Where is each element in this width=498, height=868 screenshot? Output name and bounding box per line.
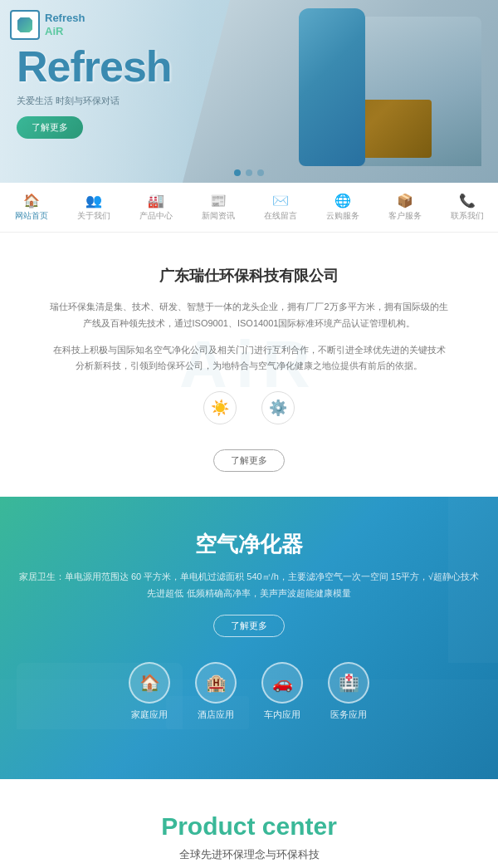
- hero-subtitle: 关爱生活 时刻与环保对话: [17, 95, 172, 107]
- air-learn-more-button[interactable]: 了解更多: [213, 615, 285, 637]
- air-app-medical-icon: 🏥: [328, 662, 369, 704]
- air-desc: 家居卫生：单电源用范围达 60 平方米，单电机过滤面积 540㎡/h，主要滤净空…: [17, 569, 481, 602]
- nav-label-home: 网站首页: [15, 210, 48, 222]
- logo-inner: [17, 17, 32, 32]
- hero-dots: [234, 169, 264, 176]
- nav-label-news: 新闻资讯: [202, 210, 235, 222]
- nav-label-service: 客户服务: [388, 210, 422, 222]
- air-app-medical[interactable]: 🏥 医务应用: [328, 662, 369, 721]
- news-icon: 📰: [210, 193, 227, 208]
- hero-purifier: [299, 8, 365, 166]
- air-title: 空气净化器: [17, 530, 481, 559]
- company-section: AiR 广东瑞仕环保科技有限公司 瑞仕环保集清是集、技术、研发、智慧于一体的龙头…: [0, 233, 498, 497]
- air-app-car-icon: 🚗: [261, 662, 303, 704]
- hero-section: Refresh AiR Refresh 关爱生活 时刻与环保对话 了解更多: [0, 0, 498, 183]
- products-icon: 🏭: [148, 193, 164, 208]
- logo-icon: [10, 10, 40, 40]
- air-app-car[interactable]: 🚗 车内应用: [261, 662, 303, 721]
- nav-item-about[interactable]: 👥 关于我们: [71, 189, 117, 225]
- nav-item-products[interactable]: 🏭 产品中心: [133, 189, 179, 225]
- hero-title-area: Refresh 关爱生活 时刻与环保对话: [17, 42, 172, 107]
- air-app-medical-label: 医务应用: [330, 709, 367, 721]
- main-nav: 🏠 网站首页 👥 关于我们 🏭 产品中心 📰 新闻资讯 ✉️ 在线留言 🌐 云购…: [0, 183, 498, 233]
- air-app-hotel[interactable]: 🏨 酒店应用: [195, 662, 237, 721]
- nav-label-cloud: 云购服务: [326, 210, 359, 222]
- air-apps: 🏠 家庭应用 🏨 酒店应用 🚗 车内应用 🏥 医务应用: [0, 662, 498, 738]
- hero-dot-1[interactable]: [234, 169, 241, 176]
- nav-label-contact: 联系我们: [451, 210, 484, 222]
- logo-area: Refresh AiR: [10, 10, 85, 40]
- product-section: Product center 全球先进环保理念与环保科技 更实惠、多彩、可销售科…: [0, 779, 498, 868]
- nav-item-home[interactable]: 🏠 网站首页: [8, 189, 55, 225]
- nav-item-news[interactable]: 📰 新闻资讯: [195, 189, 242, 225]
- message-icon: ✉️: [272, 193, 289, 208]
- company-watermark: AiR: [179, 326, 319, 403]
- logo-text: Refresh AiR: [45, 12, 85, 37]
- nav-label-about: 关于我们: [77, 210, 110, 222]
- air-app-car-label: 车内应用: [264, 709, 300, 721]
- product-center-title: Product center: [17, 812, 481, 841]
- air-app-home-label: 家庭应用: [131, 709, 168, 721]
- nav-label-products: 产品中心: [139, 210, 173, 222]
- nav-item-service[interactable]: 📦 客户服务: [382, 189, 428, 225]
- product-center-subtitle: 全球先进环保理念与环保科技: [17, 847, 481, 862]
- nav-item-message[interactable]: ✉️ 在线留言: [257, 189, 304, 225]
- contact-icon: 📞: [459, 193, 476, 208]
- air-section: 空气净化器 家居卫生：单电源用范围达 60 平方米，单电机过滤面积 540㎡/h…: [0, 497, 498, 779]
- nav-label-message: 在线留言: [264, 210, 297, 222]
- nav-item-contact[interactable]: 📞 联系我们: [444, 189, 491, 225]
- home-icon: 🏠: [23, 193, 40, 208]
- cloud-icon: 🌐: [334, 193, 351, 208]
- company-more-button[interactable]: 了解更多: [213, 449, 285, 472]
- about-icon: 👥: [85, 193, 102, 208]
- nav-item-cloud[interactable]: 🌐 云购服务: [320, 189, 366, 225]
- service-icon: 📦: [397, 193, 413, 208]
- hero-learn-more-button[interactable]: 了解更多: [17, 116, 83, 139]
- air-app-home-icon: 🏠: [129, 662, 170, 704]
- hero-dot-3[interactable]: [257, 169, 264, 176]
- air-app-hotel-icon: 🏨: [195, 662, 237, 704]
- air-content: 空气净化器 家居卫生：单电源用范围达 60 平方米，单电机过滤面积 540㎡/h…: [0, 497, 498, 637]
- hero-main-title: Refresh: [17, 42, 172, 91]
- air-app-home[interactable]: 🏠 家庭应用: [129, 662, 170, 721]
- hero-dot-2[interactable]: [246, 169, 252, 176]
- air-app-hotel-label: 酒店应用: [198, 709, 234, 721]
- company-title: 广东瑞仕环保科技有限公司: [50, 266, 448, 286]
